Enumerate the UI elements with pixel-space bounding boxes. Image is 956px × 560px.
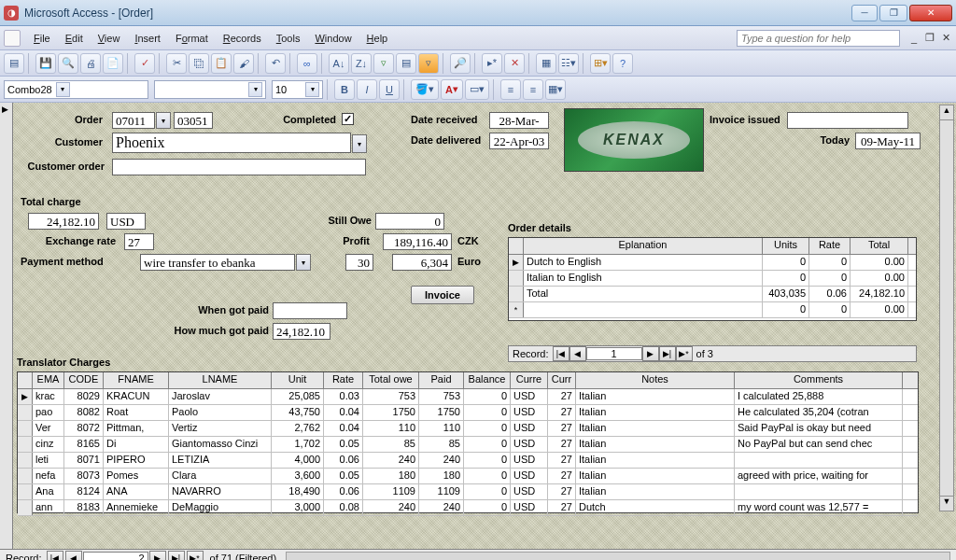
nav-pos[interactable]: 2 — [83, 552, 148, 560]
print-preview-button[interactable]: 📄 — [103, 53, 123, 74]
menu-edit[interactable]: Edit — [58, 30, 91, 47]
od-nav-prev-button[interactable]: ◀ — [569, 346, 586, 361]
order-details-row[interactable]: Italian to English000.00 — [509, 271, 916, 287]
font-color-button[interactable]: A▾ — [441, 79, 463, 100]
invoice-issued-field[interactable] — [787, 112, 908, 129]
translator-row[interactable]: Ana8124ANANAVARRO18,4900.06110911090USD2… — [18, 484, 918, 500]
order-details-row[interactable]: *000.00 — [509, 302, 916, 318]
mdi-close-button[interactable]: ✕ — [939, 33, 952, 44]
minimize-button[interactable]: ─ — [851, 5, 878, 21]
nav-new-button[interactable]: ▶* — [187, 551, 204, 560]
officelinks-button[interactable]: ⊞▾ — [590, 53, 611, 74]
invoice-button[interactable]: Invoice — [411, 286, 474, 304]
order-a-field[interactable]: 07011 — [112, 112, 155, 129]
close-button[interactable]: ✕ — [909, 5, 952, 21]
customer-order-field[interactable] — [112, 159, 366, 175]
od-nav-last-button[interactable]: ▶| — [659, 346, 676, 361]
fill-color-button[interactable]: 🪣▾ — [411, 79, 439, 100]
save-button[interactable]: 💾 — [35, 53, 56, 74]
completed-checkbox[interactable]: ✓ — [342, 113, 354, 125]
format-painter-button[interactable]: 🖌 — [233, 53, 254, 74]
menu-insert[interactable]: Insert — [127, 30, 168, 47]
nav-next-button[interactable]: ▶ — [149, 551, 166, 560]
payment-method-field[interactable]: wire transfer to ebanka — [140, 254, 295, 271]
payment-method-dropdown-button[interactable]: ▾ — [296, 254, 311, 271]
maximize-button[interactable]: ❐ — [879, 5, 907, 21]
record-selector-bar[interactable] — [0, 103, 13, 549]
menu-format[interactable]: Format — [168, 30, 216, 47]
form-vertical-scrollbar[interactable]: ▲ ▼ — [939, 105, 954, 511]
date-delivered-field[interactable]: 22-Apr-03 — [489, 133, 549, 149]
menu-records[interactable]: Records — [216, 30, 269, 47]
bold-button[interactable]: B — [334, 79, 355, 100]
od-nav-first-button[interactable]: |◀ — [553, 346, 569, 361]
order-details-subform[interactable]: Eplanation Units Rate Total ▶Dutch to En… — [508, 237, 917, 321]
still-owe-field[interactable]: 0 — [375, 213, 444, 230]
sort-desc-button[interactable]: Z↓ — [351, 53, 372, 74]
paste-button[interactable]: 📋 — [211, 53, 232, 74]
mdi-minimize-button[interactable]: _ — [907, 33, 921, 44]
underline-button[interactable]: U — [379, 79, 400, 100]
od-nav-new-button[interactable]: ▶* — [676, 346, 693, 361]
mdi-restore-button[interactable]: ❐ — [923, 33, 936, 44]
od-nav-pos[interactable]: 1 — [586, 347, 642, 360]
fontsize-combo[interactable]: 10▾ — [272, 80, 323, 99]
how-much-got-paid-field[interactable]: 24,182.10 — [273, 323, 330, 340]
translator-charges-subform[interactable]: EMA CODE FNAME LNAME Unit Rate Total owe… — [17, 371, 919, 513]
when-got-paid-field[interactable] — [273, 302, 347, 319]
menu-tools[interactable]: Tools — [269, 30, 308, 47]
italic-button[interactable]: I — [357, 79, 377, 100]
nav-prev-button[interactable]: ◀ — [65, 551, 82, 560]
total-charge-field[interactable]: 24,182.10 — [28, 213, 99, 230]
euro-val-field[interactable]: 6,304 — [392, 254, 452, 271]
special-effect-button[interactable]: ▦▾ — [545, 79, 566, 100]
print-button[interactable]: 🖨 — [80, 53, 101, 74]
menu-help[interactable]: Help — [359, 30, 396, 47]
object-combo[interactable]: Combo28▾ — [4, 80, 148, 99]
help-button[interactable]: ? — [612, 53, 633, 74]
od-nav-next-button[interactable]: ▶ — [642, 346, 659, 361]
filter-selection-button[interactable]: ▿ — [373, 53, 394, 74]
order-details-recnav[interactable]: Record: |◀ ◀ 1 ▶ ▶| ▶* of 3 — [508, 345, 917, 362]
menu-view[interactable]: View — [91, 30, 128, 47]
main-record-nav[interactable]: Record: |◀ ◀ 2 ▶ ▶| ▶* of 71 (Filtered) — [0, 549, 956, 560]
translator-row[interactable]: leti8071PIPEROLETIZIA4,0000.062402400USD… — [18, 453, 918, 469]
font-combo[interactable]: ▾ — [154, 80, 266, 99]
nav-first-button[interactable]: |◀ — [47, 551, 63, 560]
currency-field[interactable]: USD — [106, 213, 146, 230]
translator-row[interactable]: ▶krac8029KRACUNJaroslav25,0850.037537530… — [18, 389, 918, 405]
cut-button[interactable]: ✂ — [166, 53, 187, 74]
profit-field[interactable]: 189,116.40 — [383, 233, 452, 250]
nav-last-button[interactable]: ▶| — [168, 551, 185, 560]
order-details-row[interactable]: ▶Dutch to English000.00 — [509, 255, 916, 271]
toggle-filter-button[interactable]: ▿ — [418, 53, 439, 74]
find-button[interactable]: 🔎 — [450, 53, 471, 74]
customer-dropdown-button[interactable]: ▾ — [352, 134, 367, 153]
translator-row[interactable]: nefa8073PomesClara3,6000.051801800USD27I… — [18, 469, 918, 484]
new-record-button[interactable]: ▸* — [482, 53, 502, 74]
translator-row[interactable]: pao8082RoatPaolo43,7500.04175017500USD27… — [18, 405, 918, 421]
undo-button[interactable]: ↶ — [265, 53, 286, 74]
sort-asc-button[interactable]: A↓ — [329, 53, 349, 74]
menu-window[interactable]: Window — [307, 30, 358, 47]
translator-row[interactable]: ann8183AnnemiekeDeMaggio3,0000.082402400… — [18, 500, 918, 516]
line-color-button[interactable]: ▭▾ — [465, 79, 489, 100]
order-b-field[interactable]: 03051 — [174, 112, 213, 129]
order-details-row[interactable]: Total403,0350.0624,182.10 — [509, 287, 916, 302]
filter-form-button[interactable]: ▤ — [396, 53, 416, 74]
translator-row[interactable]: Ver8072Pittman,Vertiz2,7620.041101100USD… — [18, 421, 918, 437]
search-button[interactable]: 🔍 — [58, 53, 78, 74]
db-window-button[interactable]: ▦ — [536, 53, 556, 74]
translator-row[interactable]: cinz8165DiGiantomasso Cinzi1,7020.058585… — [18, 437, 918, 453]
align-left-button[interactable]: ≡ — [500, 79, 521, 100]
hyperlink-button[interactable]: ∞ — [297, 53, 317, 74]
help-search-input[interactable] — [737, 30, 900, 47]
delete-record-button[interactable]: ✕ — [504, 53, 525, 74]
exchange-rate-field[interactable]: 27 — [124, 233, 154, 250]
align-center-button[interactable]: ≡ — [523, 79, 543, 100]
horiz-scrollbar[interactable] — [286, 552, 950, 561]
euro-rate-field[interactable]: 30 — [345, 254, 373, 271]
new-object-button[interactable]: ☷▾ — [558, 53, 579, 74]
customer-field[interactable]: Phoenix — [112, 133, 351, 153]
view-button[interactable]: ▤ — [4, 53, 24, 74]
